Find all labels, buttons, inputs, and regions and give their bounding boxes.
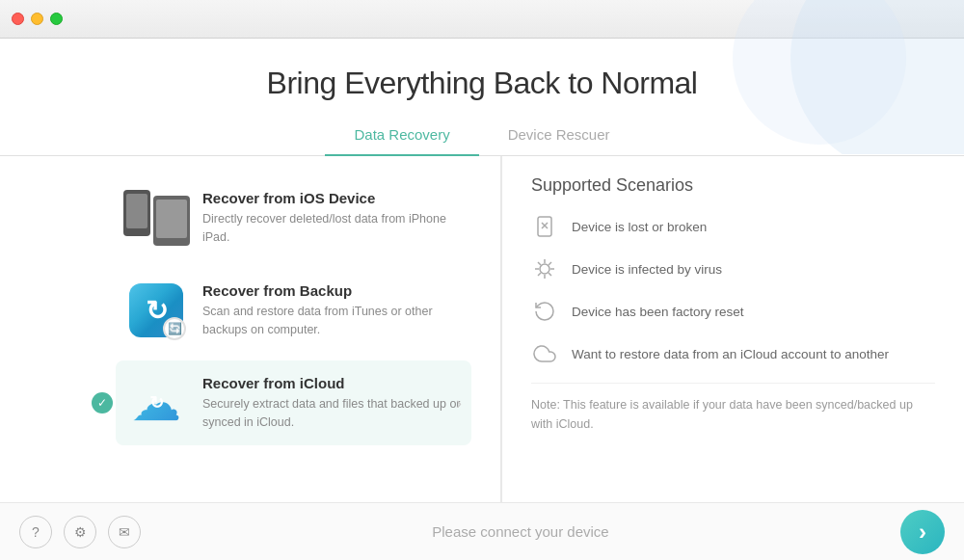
selected-check-icon: ✓ — [92, 392, 113, 413]
settings-button[interactable]: ⚙ — [64, 516, 96, 548]
scenario-reset-text: Device has been factory reset — [572, 305, 744, 319]
mail-button[interactable]: ✉ — [108, 516, 141, 548]
help-button[interactable]: ? — [19, 516, 52, 548]
right-panel: Supported Scenarios Device is lost or br… — [502, 156, 964, 502]
backup-text: Recover from Backup Scan and restore dat… — [202, 282, 462, 339]
svg-point-3 — [540, 264, 549, 274]
minimize-button[interactable] — [31, 13, 43, 25]
icloud-desc: Securely extract data and files that bac… — [202, 395, 462, 432]
traffic-lights — [12, 13, 63, 25]
recovery-item-icloud[interactable]: ✓ ☁ ↻ Recover from iCloud Securely extra… — [116, 360, 471, 445]
ios-device-title: Recover from iOS Device — [202, 190, 462, 206]
maximize-button[interactable] — [50, 13, 63, 25]
footer: ? ⚙ ✉ Please connect your device › — [0, 502, 964, 560]
left-panel: Recover from iOS Device Directly recover… — [0, 156, 501, 502]
icloud-text: Recover from iCloud Securely extract dat… — [202, 375, 462, 432]
icloud-title: Recover from iCloud — [202, 375, 462, 391]
scenarios-title: Supported Scenarios — [531, 175, 935, 196]
footer-status-text: Please connect your device — [141, 523, 900, 540]
backup-desc: Scan and restore data from iTunes or oth… — [202, 303, 462, 339]
next-arrow-icon: › — [919, 519, 926, 546]
scenario-note: Note: This feature is available if your … — [531, 383, 935, 434]
scenario-lost-text: Device is lost or broken — [572, 220, 707, 234]
svg-line-8 — [538, 262, 541, 265]
ios-device-icon — [125, 187, 187, 249]
ios-device-text: Recover from iOS Device Directly recover… — [202, 190, 462, 247]
scenario-item-lost: Device is lost or broken — [531, 213, 935, 240]
close-button[interactable] — [12, 13, 24, 25]
factory-reset-icon — [531, 298, 558, 325]
recovery-item-ios[interactable]: Recover from iOS Device Directly recover… — [116, 175, 471, 260]
svg-line-11 — [538, 273, 541, 276]
broken-device-icon — [531, 213, 558, 240]
hero-title: Bring Everything Back to Normal — [267, 66, 698, 101]
backup-title: Recover from Backup — [202, 282, 462, 299]
chevron-right-icon: › — [456, 393, 462, 413]
tab-device-rescuer[interactable]: Device Rescuer — [479, 119, 639, 156]
svg-line-9 — [549, 273, 551, 276]
next-button[interactable]: › — [900, 510, 945, 554]
scenario-item-reset: Device has been factory reset — [531, 298, 935, 325]
virus-icon — [531, 255, 558, 282]
footer-left: ? ⚙ ✉ — [19, 516, 141, 548]
svg-line-10 — [549, 262, 551, 265]
main-content: Bring Everything Back to Normal Data Rec… — [0, 39, 964, 502]
scenario-item-virus: Device is infected by virus — [531, 255, 935, 282]
backup-icon: 🔄 — [125, 280, 187, 341]
scenario-icloud-text: Want to restore data from an iCloud acco… — [572, 347, 889, 361]
icloud-restore-icon — [531, 340, 558, 367]
panels: Recover from iOS Device Directly recover… — [0, 156, 964, 502]
icloud-arrow-icon: ↻ — [149, 392, 164, 413]
icloud-icon: ☁ ↻ — [125, 372, 187, 434]
backup-corner-icon: 🔄 — [163, 317, 186, 340]
scenario-virus-text: Device is infected by virus — [572, 262, 722, 277]
tabs: Data Recovery Device Rescuer — [0, 119, 964, 156]
ios-device-desc: Directly recover deleted/lost data from … — [202, 210, 462, 247]
scenario-item-icloud: Want to restore data from an iCloud acco… — [531, 340, 935, 367]
tab-data-recovery[interactable]: Data Recovery — [325, 119, 478, 156]
recovery-item-backup[interactable]: 🔄 Recover from Backup Scan and restore d… — [116, 268, 471, 353]
title-bar — [0, 0, 964, 39]
